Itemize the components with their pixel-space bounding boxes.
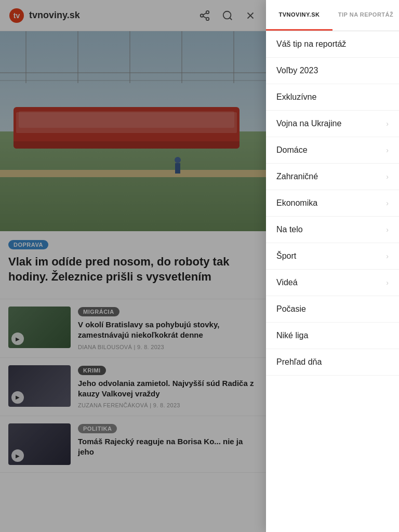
nav-arrow-icon: › bbox=[386, 119, 389, 128]
nav-item-prehľad-dňa[interactable]: Prehľad dňa bbox=[266, 349, 399, 376]
nav-item-voľby-2023[interactable]: Voľby 2023 bbox=[266, 58, 399, 84]
right-panel: TVNOVINY.SK TIP NA REPORTÁŽ Váš tip na r… bbox=[266, 0, 399, 532]
nav-item-label: Domáce bbox=[276, 145, 308, 155]
nav-item-label: Prehľad dňa bbox=[276, 357, 322, 367]
nav-arrow-icon: › bbox=[386, 199, 389, 207]
nav-item-videá[interactable]: Videá › bbox=[266, 270, 399, 296]
nav-item-label: Zahraničné bbox=[276, 172, 318, 181]
nav-item-domáce[interactable]: Domáce › bbox=[266, 137, 399, 164]
nav-item-zahraničné[interactable]: Zahraničné › bbox=[266, 164, 399, 190]
nav-item-váš-tip-na-reportáž[interactable]: Váš tip na reportáž bbox=[266, 31, 399, 58]
nav-item-label: Voľby 2023 bbox=[276, 66, 318, 75]
drawer-overlay[interactable] bbox=[0, 0, 266, 532]
panel-tabs: TVNOVINY.SK TIP NA REPORTÁŽ bbox=[266, 0, 399, 31]
nav-item-niké-liga[interactable]: Niké liga bbox=[266, 323, 399, 349]
nav-arrow-icon: › bbox=[386, 278, 389, 287]
nav-arrow-icon: › bbox=[386, 172, 389, 181]
nav-item-ekonomika[interactable]: Ekonomika › bbox=[266, 190, 399, 217]
app-layout: tv tvnoviny.sk bbox=[0, 0, 399, 532]
nav-item-label: Počasie bbox=[276, 304, 306, 314]
nav-item-label: Váš tip na reportáž bbox=[276, 39, 346, 49]
nav-item-label: Ekonomika bbox=[276, 198, 317, 208]
nav-item-šport[interactable]: Šport › bbox=[266, 243, 399, 270]
nav-item-label: Videá bbox=[276, 278, 298, 287]
nav-arrow-icon: › bbox=[386, 252, 389, 260]
nav-list: Váš tip na reportáž Voľby 2023 Exkluzívn… bbox=[266, 31, 399, 532]
nav-item-label: Na telo bbox=[276, 225, 303, 234]
tab-tip-na-reportaz[interactable]: TIP NA REPORTÁŽ bbox=[332, 0, 399, 31]
nav-item-počasie[interactable]: Počasie bbox=[266, 296, 399, 323]
nav-arrow-icon: › bbox=[386, 225, 389, 234]
nav-item-label: Šport bbox=[276, 251, 296, 261]
nav-item-label: Niké liga bbox=[276, 331, 308, 340]
tab-tvnoviny[interactable]: TVNOVINY.SK bbox=[266, 0, 332, 31]
nav-arrow-icon: › bbox=[386, 146, 389, 154]
nav-item-na-telo[interactable]: Na telo › bbox=[266, 217, 399, 243]
nav-item-vojna-na-ukrajine[interactable]: Vojna na Ukrajine › bbox=[266, 111, 399, 137]
nav-item-label: Exkluzívne bbox=[276, 92, 316, 102]
nav-item-label: Vojna na Ukrajine bbox=[276, 119, 341, 128]
nav-item-exkluzívne[interactable]: Exkluzívne bbox=[266, 84, 399, 111]
